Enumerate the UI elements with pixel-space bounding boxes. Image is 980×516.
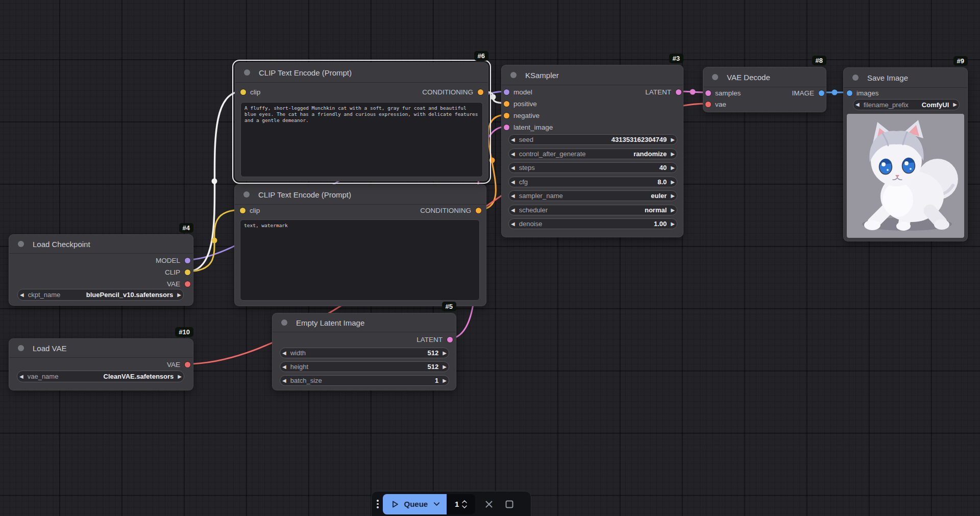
- widget-sampler_name[interactable]: ◀sampler_nameeuler▶: [508, 190, 677, 201]
- output-port-LATENT[interactable]: LATENT: [645, 87, 683, 96]
- widget-increment-arrow-icon[interactable]: ▶: [440, 364, 449, 370]
- collapse-dot-icon[interactable]: [510, 72, 517, 78]
- widget-value[interactable]: 512: [428, 349, 439, 357]
- input-dot-latent_image[interactable]: [504, 125, 509, 130]
- interrupt-button[interactable]: [503, 498, 516, 511]
- widget-vae_name[interactable]: ◀vae_nameCleanVAE.safetensors▶: [17, 371, 184, 382]
- widget-value[interactable]: CleanVAE.safetensors: [104, 373, 174, 380]
- widget-increment-arrow-icon[interactable]: ▶: [669, 180, 677, 185]
- output-port-CONDITIONING[interactable]: CONDITIONING: [420, 206, 486, 215]
- node-save-image[interactable]: #9Save Imageimages◀filename_prefixComfyU…: [843, 67, 968, 241]
- widget-value[interactable]: 40: [659, 164, 667, 171]
- node-vae-decode[interactable]: #8VAE DecodesamplesvaeIMAGE: [703, 67, 826, 112]
- widget-increment-arrow-icon[interactable]: ▶: [669, 222, 677, 227]
- input-port-images[interactable]: images: [844, 88, 879, 97]
- prompt-textarea[interactable]: text, watermark: [240, 219, 480, 301]
- collapse-dot-icon[interactable]: [243, 191, 250, 198]
- output-dot-VAE[interactable]: [185, 362, 190, 367]
- node-load-checkpoint[interactable]: #4Load CheckpointMODELCLIPVAE◀ckpt_nameb…: [9, 234, 193, 306]
- output-dot-LATENT[interactable]: [447, 337, 453, 342]
- widget-increment-arrow-icon[interactable]: ▶: [669, 208, 677, 213]
- input-port-samples[interactable]: samples: [703, 88, 741, 97]
- batch-count-field[interactable]: 1: [447, 494, 475, 514]
- widget-value[interactable]: euler: [651, 192, 667, 200]
- widget-decrement-arrow-icon[interactable]: ◀: [509, 152, 517, 157]
- input-dot-vae[interactable]: [705, 102, 711, 107]
- output-dot-CONDITIONING[interactable]: [476, 208, 481, 213]
- collapse-dot-icon[interactable]: [18, 345, 24, 351]
- batch-count-value[interactable]: 1: [455, 500, 459, 508]
- widget-value[interactable]: 1.00: [654, 220, 667, 228]
- node-titlebar[interactable]: VAE Decode: [703, 67, 826, 87]
- input-dot-negative[interactable]: [504, 113, 509, 118]
- widget-width[interactable]: ◀width512▶: [280, 348, 449, 358]
- graph-canvas[interactable]: #4Load CheckpointMODELCLIPVAE◀ckpt_nameb…: [0, 0, 980, 516]
- widget-decrement-arrow-icon[interactable]: ◀: [853, 102, 862, 107]
- widget-value[interactable]: 431353162304749: [611, 136, 667, 143]
- node-titlebar[interactable]: Load VAE: [9, 339, 193, 358]
- widget-decrement-arrow-icon[interactable]: ◀: [509, 180, 517, 185]
- widget-batch_size[interactable]: ◀batch_size1▶: [280, 375, 449, 386]
- input-dot-clip[interactable]: [240, 89, 246, 95]
- node-load-vae[interactable]: #10Load VAEVAE◀vae_nameCleanVAE.safetens…: [9, 338, 193, 390]
- output-dot-VAE[interactable]: [185, 281, 190, 287]
- chevron-down-icon[interactable]: [433, 500, 440, 508]
- widget-height[interactable]: ◀height512▶: [280, 361, 449, 372]
- output-port-VAE[interactable]: VAE: [167, 360, 193, 369]
- node-titlebar[interactable]: KSampler: [502, 65, 683, 85]
- output-port-VAE[interactable]: VAE: [167, 279, 193, 288]
- collapse-dot-icon[interactable]: [852, 75, 859, 81]
- image-preview[interactable]: [847, 114, 964, 238]
- widget-increment-arrow-icon[interactable]: ▶: [669, 165, 677, 170]
- widget-decrement-arrow-icon[interactable]: ◀: [280, 364, 288, 370]
- input-port-clip[interactable]: clip: [235, 206, 260, 215]
- input-dot-images[interactable]: [847, 90, 852, 96]
- widget-value[interactable]: normal: [645, 206, 667, 214]
- prompt-textarea[interactable]: A fluffy, short-legged Munchkin cat with…: [240, 102, 483, 177]
- widget-filename_prefix[interactable]: ◀filename_prefixComfyUI▶: [853, 99, 960, 110]
- node-clip-encode-negative[interactable]: CLIP Text Encode (Prompt)clipCONDITIONIN…: [234, 184, 486, 306]
- output-dot-CONDITIONING[interactable]: [478, 89, 483, 95]
- input-dot-samples[interactable]: [705, 90, 711, 96]
- widget-value[interactable]: bluePencil_v10.safetensors: [86, 291, 174, 299]
- output-port-MODEL[interactable]: MODEL: [156, 256, 193, 265]
- widget-value[interactable]: 8.0: [657, 178, 667, 186]
- widget-increment-arrow-icon[interactable]: ▶: [951, 102, 959, 107]
- output-port-CLIP[interactable]: CLIP: [165, 267, 193, 277]
- stepper-up-icon[interactable]: [462, 500, 467, 503]
- node-clip-encode-positive[interactable]: #6CLIP Text Encode (Prompt)clipCONDITION…: [235, 62, 488, 181]
- widget-cfg[interactable]: ◀cfg8.0▶: [508, 177, 677, 187]
- widget-value[interactable]: randomize: [633, 150, 667, 158]
- node-titlebar[interactable]: Save Image: [844, 68, 967, 88]
- widget-increment-arrow-icon[interactable]: ▶: [669, 193, 677, 199]
- node-titlebar[interactable]: CLIP Text Encode (Prompt): [235, 63, 488, 83]
- widget-ckpt_name[interactable]: ◀ckpt_namebluePencil_v10.safetensors▶: [17, 289, 184, 301]
- widget-decrement-arrow-icon[interactable]: ◀: [18, 292, 26, 298]
- node-titlebar[interactable]: Empty Latent Image: [273, 313, 456, 332]
- queue-button[interactable]: Queue: [383, 494, 447, 514]
- toolbar-drag-handle-icon[interactable]: [377, 500, 379, 508]
- input-port-clip[interactable]: clip: [235, 87, 260, 96]
- widget-increment-arrow-icon[interactable]: ▶: [669, 152, 677, 157]
- output-dot-MODEL[interactable]: [185, 258, 190, 263]
- node-titlebar[interactable]: Load Checkpoint: [9, 235, 193, 254]
- output-dot-IMAGE[interactable]: [819, 90, 824, 96]
- input-dot-positive[interactable]: [504, 101, 509, 107]
- output-port-CONDITIONING[interactable]: CONDITIONING: [422, 87, 488, 96]
- widget-decrement-arrow-icon[interactable]: ◀: [280, 351, 288, 356]
- widget-denoise[interactable]: ◀denoise1.00▶: [508, 218, 677, 229]
- clear-queue-button[interactable]: [482, 498, 496, 511]
- input-port-vae[interactable]: vae: [703, 100, 726, 109]
- widget-control_after_generate[interactable]: ◀control_after_generaterandomize▶: [508, 149, 677, 159]
- widget-increment-arrow-icon[interactable]: ▶: [440, 378, 449, 383]
- input-port-positive[interactable]: positive: [502, 99, 537, 108]
- widget-steps[interactable]: ◀steps40▶: [508, 162, 677, 173]
- input-port-latent_image[interactable]: latent_image: [502, 122, 553, 132]
- output-port-LATENT[interactable]: LATENT: [416, 335, 456, 344]
- widget-decrement-arrow-icon[interactable]: ◀: [509, 165, 517, 170]
- widget-increment-arrow-icon[interactable]: ▶: [176, 374, 184, 379]
- widget-value[interactable]: 1: [435, 377, 438, 384]
- output-dot-LATENT[interactable]: [676, 89, 681, 95]
- node-ksampler[interactable]: #3KSamplermodelpositivenegativelatent_im…: [501, 65, 683, 237]
- collapse-dot-icon[interactable]: [244, 69, 250, 76]
